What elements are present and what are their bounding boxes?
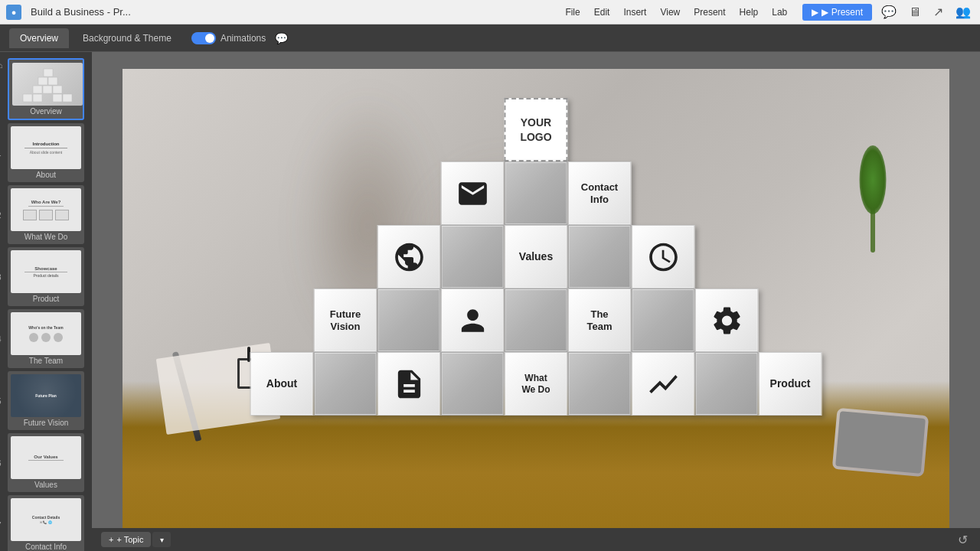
block-values[interactable]: Values <box>505 225 568 289</box>
block-gap-r3-2 <box>568 225 632 289</box>
pyramid-container: YOURLOGO ContactInfo <box>250 98 822 416</box>
home-icon: ⌂ <box>0 61 3 70</box>
logo-text: YOURLOGO <box>520 116 551 143</box>
screen-icon[interactable]: 🖥 <box>906 4 924 21</box>
menu-file[interactable]: File <box>559 5 586 19</box>
chart-icon <box>646 367 680 401</box>
thumb-label-product: Product <box>11 293 81 303</box>
about-text: About <box>266 377 297 390</box>
slide-thumb-what-we-do[interactable]: 2 Who Are We? What We Do <box>8 185 84 244</box>
block-contact-info[interactable]: ContactInfo <box>568 161 632 225</box>
svg-rect-3 <box>33 86 42 93</box>
thumb-preview-contact-info: Contact Details ✉ 📞 🌐 <box>11 498 81 541</box>
plant-decoration <box>858 145 888 253</box>
thumb-label-contact-info: Contact Info <box>11 541 81 551</box>
nav-dropdown-button[interactable]: ▾ <box>152 532 171 547</box>
slide-thumb-values[interactable]: 6 Our Values Values <box>8 433 84 492</box>
block-gap-r3-1 <box>441 225 505 289</box>
clock-icon <box>646 240 680 274</box>
user-icon[interactable]: 👥 <box>952 3 974 21</box>
menu-present[interactable]: Present <box>688 5 731 19</box>
thumb-label-future-vision: Future Vision <box>11 417 81 427</box>
svg-rect-6 <box>23 94 32 102</box>
block-mail-icon[interactable] <box>441 161 505 225</box>
menu-view[interactable]: View <box>654 5 686 19</box>
pyramid-row-2: ContactInfo <box>441 161 632 225</box>
slide-area: YOURLOGO ContactInfo <box>92 52 980 551</box>
svg-rect-0 <box>44 69 53 77</box>
block-the-team[interactable]: TheTeam <box>568 289 632 352</box>
undo-button[interactable]: ↺ <box>955 531 971 549</box>
block-product[interactable]: Product <box>759 352 822 416</box>
bottom-toolbar: + + Topic ▾ ↺ <box>92 528 980 551</box>
slide-thumb-contact-info[interactable]: 7 Contact Details ✉ 📞 🌐 Contact Info <box>8 495 84 551</box>
menu-help[interactable]: Help <box>733 5 765 19</box>
pyramid-row-4: FutureVision TheTeam <box>314 289 759 352</box>
thumb-preview-values: Our Values <box>11 436 81 479</box>
animations-toggle[interactable] <box>191 32 216 44</box>
block-gap-r4-2 <box>505 289 568 352</box>
animations-toggle-area: Animations <box>191 32 266 44</box>
menu-lab[interactable]: Lab <box>766 5 793 19</box>
globe-icon <box>392 240 426 274</box>
app-title: Build a Business - Pr... <box>31 6 550 18</box>
what-we-do-text: WhatWe Do <box>521 373 550 395</box>
tab-overview[interactable]: Overview <box>9 28 69 48</box>
block-person-icon[interactable] <box>441 289 505 352</box>
logo-block[interactable]: YOURLOGO <box>505 98 568 161</box>
block-gear-icon[interactable] <box>695 289 759 352</box>
share-icon[interactable]: ↗ <box>930 3 946 21</box>
slide-thumb-future-vision[interactable]: 5 Future Plan Future Vision <box>8 371 84 430</box>
gear-icon <box>710 304 743 337</box>
slide-canvas: YOURLOGO ContactInfo <box>122 69 949 534</box>
product-text: Product <box>770 377 811 390</box>
thumb-label-what-we-do: What We Do <box>11 231 81 241</box>
thumb-preview-product: Showcase Product details <box>11 250 81 293</box>
block-gap-r5-4 <box>695 352 759 416</box>
block-gap-r4-3 <box>632 289 695 352</box>
slide-num-1: 1 <box>0 148 2 157</box>
svg-rect-9 <box>63 94 72 102</box>
slide-thumb-about[interactable]: 1 Introduction About slide content About <box>8 123 84 182</box>
block-doc-icon[interactable] <box>377 352 441 416</box>
thumb-preview-what-we-do: Who Are We? <box>11 188 81 231</box>
pyramid-row-5: About WhatWe Do <box>250 352 822 416</box>
comment-icon[interactable]: 💬 <box>275 32 288 44</box>
menu-edit[interactable]: Edit <box>588 5 616 19</box>
present-button[interactable]: ▶ ▶ Present <box>802 4 872 21</box>
slide-thumb-the-team[interactable]: 4 Who's on the Team The Team <box>8 309 84 368</box>
thumb-preview-overview <box>12 63 83 106</box>
pyramid-row-3: Values <box>377 225 695 289</box>
block-globe-icon[interactable] <box>377 225 441 289</box>
slide-num-3: 3 <box>0 272 2 281</box>
slide-thumb-product[interactable]: 3 Showcase Product details Product <box>8 247 84 306</box>
block-gap-r5-2 <box>441 352 505 416</box>
slide-thumb-overview[interactable]: ⌂ Overview <box>8 58 84 120</box>
add-icon: + <box>109 535 113 544</box>
svg-rect-4 <box>43 86 52 93</box>
thumb-preview-future-vision: Future Plan <box>11 374 81 417</box>
block-what-we-do[interactable]: WhatWe Do <box>505 352 568 416</box>
add-topic-button[interactable]: + + Topic <box>101 532 151 547</box>
person-icon <box>456 304 489 337</box>
menu-bar: File Edit Insert View Present Help Lab <box>559 5 793 19</box>
block-about[interactable]: About <box>250 352 314 416</box>
menu-insert[interactable]: Insert <box>617 5 652 19</box>
block-clock-icon[interactable] <box>632 225 695 289</box>
block-chart-icon[interactable] <box>632 352 695 416</box>
contact-info-text: ContactInfo <box>581 181 618 205</box>
document-icon <box>392 367 426 401</box>
slide-num-6: 6 <box>0 458 2 467</box>
slide-num-7: 7 <box>0 520 2 529</box>
chat-icon[interactable]: 💬 <box>878 3 900 21</box>
svg-rect-8 <box>53 94 62 102</box>
thumb-label-values: Values <box>11 479 81 489</box>
tablet-decoration <box>832 408 929 477</box>
thumb-label-the-team: The Team <box>11 355 81 365</box>
tab-bg-theme[interactable]: Background & Theme <box>72 28 182 48</box>
values-text: Values <box>519 250 553 263</box>
toolbar-right: ▶ ▶ Present 💬 🖥 ↗ 👥 <box>802 3 974 21</box>
slide-panel: ⌂ Overview 1 <box>0 52 92 551</box>
block-future-vision[interactable]: FutureVision <box>314 289 377 352</box>
svg-rect-2 <box>48 77 57 85</box>
